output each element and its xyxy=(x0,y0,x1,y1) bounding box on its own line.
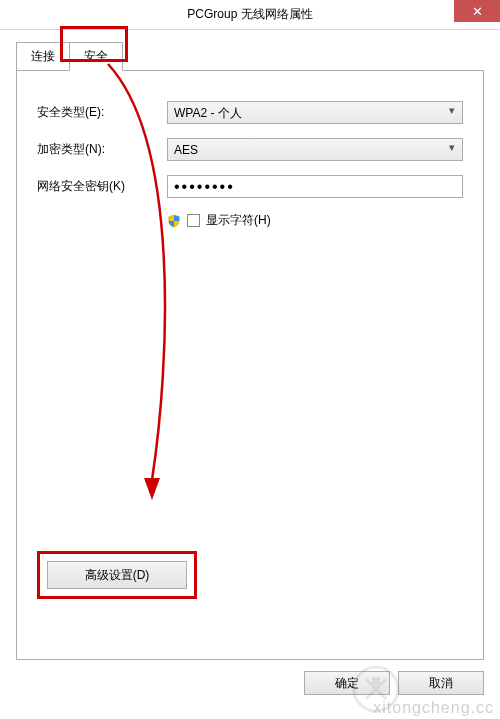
select-encryption-type-wrap: AES xyxy=(167,138,463,161)
uac-shield-icon xyxy=(167,214,181,228)
tab-security-label: 安全 xyxy=(84,49,108,63)
select-security-type-wrap: WPA2 - 个人 xyxy=(167,101,463,124)
select-security-type[interactable]: WPA2 - 个人 xyxy=(167,101,463,124)
close-button[interactable]: ✕ xyxy=(454,0,500,22)
label-show-chars: 显示字符(H) xyxy=(206,212,271,229)
checkbox-show-chars[interactable] xyxy=(187,214,200,227)
tab-connect-label: 连接 xyxy=(31,49,55,63)
row-network-key: 网络安全密钥(K) xyxy=(37,175,463,198)
advanced-settings-button[interactable]: 高级设置(D) xyxy=(47,561,187,589)
label-security-type: 安全类型(E): xyxy=(37,104,167,121)
label-network-key: 网络安全密钥(K) xyxy=(37,178,167,195)
titlebar: PCGroup 无线网络属性 ✕ xyxy=(0,0,500,30)
tab-bar: 连接 安全 xyxy=(16,42,484,71)
row-security-type: 安全类型(E): WPA2 - 个人 xyxy=(37,101,463,124)
input-network-key[interactable] xyxy=(167,175,463,198)
row-encryption-type: 加密类型(N): AES xyxy=(37,138,463,161)
ok-button[interactable]: 确定 xyxy=(304,671,390,695)
cancel-button[interactable]: 取消 xyxy=(398,671,484,695)
close-icon: ✕ xyxy=(472,4,483,19)
content-area: 连接 安全 安全类型(E): WPA2 - 个人 加密类型(N): AES xyxy=(0,30,500,719)
tab-connect[interactable]: 连接 xyxy=(16,42,70,71)
select-encryption-type[interactable]: AES xyxy=(167,138,463,161)
label-encryption-type: 加密类型(N): xyxy=(37,141,167,158)
row-show-chars: 显示字符(H) xyxy=(167,212,463,229)
advanced-button-wrap: 高级设置(D) xyxy=(47,561,187,589)
dialog-button-bar: 确定 取消 xyxy=(16,663,484,703)
tab-panel-security: 安全类型(E): WPA2 - 个人 加密类型(N): AES 网络安全密钥(K… xyxy=(16,70,484,660)
tab-security[interactable]: 安全 xyxy=(69,42,123,71)
window-title: PCGroup 无线网络属性 xyxy=(187,6,312,23)
